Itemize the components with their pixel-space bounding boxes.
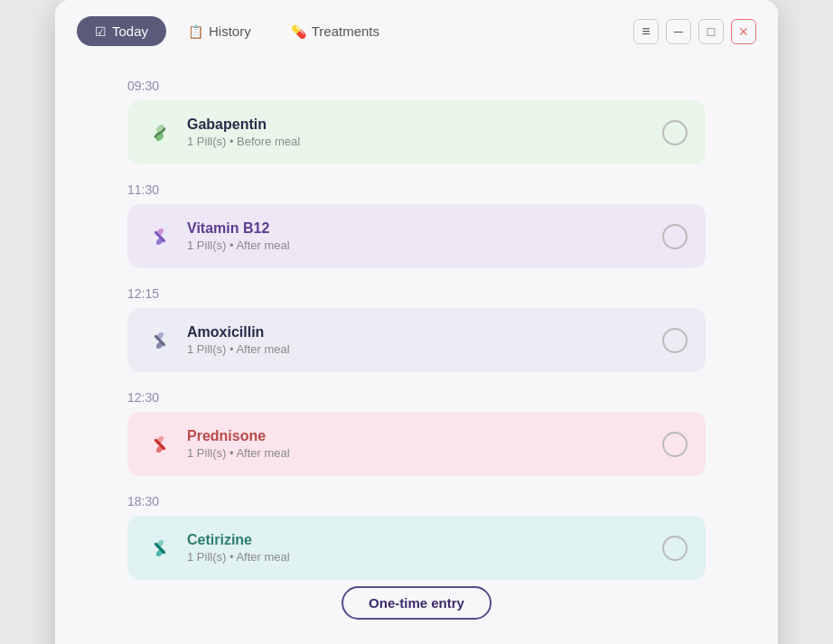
- check-circle-amoxicillin[interactable]: [662, 328, 688, 353]
- check-circle-cetirizine[interactable]: [662, 536, 688, 561]
- time-label-1130: 11:30: [127, 182, 706, 197]
- med-name-cetirizine: Cetirizine: [187, 532, 650, 548]
- med-detail-cetirizine: 1 Pill(s) • After meal: [187, 550, 650, 564]
- menu-button[interactable]: ≡: [633, 19, 659, 44]
- med-name-vitaminb12: Vitamin B12: [187, 220, 650, 237]
- med-info-gabapentin: Gabapentin 1 Pill(s) • Before meal: [187, 117, 650, 148]
- med-info-cetirizine: Cetirizine 1 Pill(s) • After meal: [187, 532, 650, 564]
- pill-icon-vitaminb12: [145, 222, 174, 251]
- med-info-amoxicillin: Amoxicillin 1 Pill(s) • After meal: [187, 324, 650, 356]
- time-label-1215: 12:15: [127, 286, 706, 301]
- today-icon: ☑: [95, 24, 107, 39]
- pill-icon-cetirizine: [145, 534, 174, 563]
- main-content: 09:30 Gabapentin 1 Pill(s) • Before meal…: [55, 46, 778, 644]
- time-label-0930: 09:30: [127, 79, 706, 93]
- med-detail-prednisone: 1 Pill(s) • After meal: [187, 446, 650, 460]
- med-detail-amoxicillin: 1 Pill(s) • After meal: [187, 342, 650, 356]
- med-info-prednisone: Prednisone 1 Pill(s) • After meal: [187, 428, 650, 460]
- menu-icon: ≡: [641, 23, 650, 40]
- pill-icon-gabapentin: [145, 118, 174, 147]
- treatments-icon: 💊: [291, 24, 306, 39]
- history-icon: 📋: [188, 24, 203, 39]
- time-label-1830: 18:30: [127, 494, 706, 509]
- med-detail-gabapentin: 1 Pill(s) • Before meal: [187, 135, 650, 148]
- check-circle-prednisone[interactable]: [662, 432, 688, 457]
- last-card-wrapper: Cetirizine 1 Pill(s) • After meal One-ti…: [127, 516, 706, 632]
- med-name-amoxicillin: Amoxicillin: [187, 324, 650, 341]
- med-info-vitaminb12: Vitamin B12 1 Pill(s) • After meal: [187, 220, 650, 252]
- med-card-vitaminb12: Vitamin B12 1 Pill(s) • After meal: [127, 204, 706, 268]
- tab-bar: ☑ Today 📋 History 💊 Treatments: [77, 16, 398, 46]
- tab-today[interactable]: ☑ Today: [77, 16, 166, 46]
- med-card-cetirizine: Cetirizine 1 Pill(s) • After meal: [127, 516, 706, 580]
- tab-today-label: Today: [112, 23, 148, 39]
- med-name-gabapentin: Gabapentin: [187, 117, 650, 133]
- pill-icon-amoxicillin: [145, 326, 174, 355]
- maximize-icon: □: [707, 24, 715, 39]
- maximize-button[interactable]: □: [698, 19, 724, 44]
- time-label-1230: 12:30: [127, 390, 706, 405]
- close-icon: ✕: [738, 24, 749, 39]
- close-button[interactable]: ✕: [731, 19, 756, 44]
- tab-history[interactable]: 📋 History: [170, 16, 269, 46]
- check-circle-gabapentin[interactable]: [662, 120, 688, 145]
- check-circle-vitaminb12[interactable]: [662, 224, 688, 249]
- minimize-icon: ─: [674, 24, 683, 39]
- tab-treatments[interactable]: 💊 Treatments: [273, 16, 398, 46]
- med-detail-vitaminb12: 1 Pill(s) • After meal: [187, 238, 650, 252]
- med-card-prednisone: Prednisone 1 Pill(s) • After meal: [127, 412, 706, 476]
- one-time-entry-button[interactable]: One-time entry: [342, 586, 491, 620]
- med-card-gabapentin: Gabapentin 1 Pill(s) • Before meal: [127, 100, 706, 164]
- minimize-button[interactable]: ─: [666, 19, 691, 44]
- window-controls: ≡ ─ □ ✕: [633, 19, 756, 44]
- titlebar: ☑ Today 📋 History 💊 Treatments ≡ ─ □: [55, 0, 778, 46]
- pill-icon-prednisone: [145, 430, 174, 459]
- med-name-prednisone: Prednisone: [187, 428, 650, 444]
- tab-treatments-label: Treatments: [312, 23, 379, 39]
- tab-history-label: History: [209, 23, 251, 39]
- app-window: ☑ Today 📋 History 💊 Treatments ≡ ─ □: [55, 0, 778, 644]
- med-card-amoxicillin: Amoxicillin 1 Pill(s) • After meal: [127, 308, 706, 372]
